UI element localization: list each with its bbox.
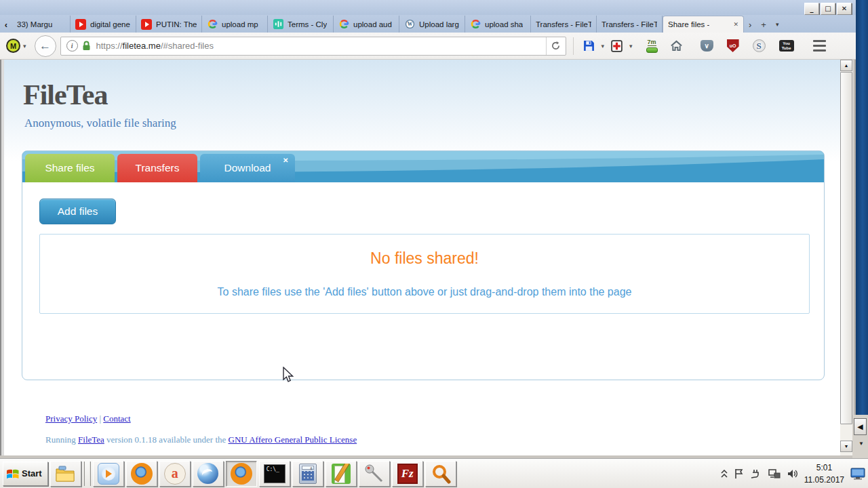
browser-tab[interactable]: 33) Margu <box>12 16 71 33</box>
calculator-display: 0 <box>302 466 314 470</box>
add-files-button[interactable]: Add files <box>39 199 116 224</box>
empty-state-hint: To share files use the 'Add files' butto… <box>40 286 809 298</box>
taskbar-firefox-button[interactable] <box>126 461 157 487</box>
firefox-icon <box>231 463 252 485</box>
menu-hamburger-icon[interactable] <box>809 36 830 56</box>
close-button[interactable]: ✕ <box>837 3 852 15</box>
helper-dropdown-caret[interactable]: ▾ <box>629 43 633 49</box>
show-desktop-icon[interactable] <box>850 468 865 480</box>
all-tabs-dropdown[interactable]: ▾ <box>771 16 784 33</box>
timer-extension-icon[interactable]: 7m <box>642 36 662 56</box>
save-page-icon[interactable] <box>579 36 599 56</box>
browser-scrollbar[interactable]: ▲ ▼ <box>840 60 852 455</box>
panel-tab-label: Download <box>224 162 271 174</box>
ublock-icon[interactable]: uO <box>723 36 743 56</box>
browser-tab-label: Upload larg <box>419 20 459 28</box>
scroll-down-button[interactable]: ▼ <box>840 441 852 452</box>
power-plug-icon[interactable] <box>751 468 762 479</box>
filetea-link[interactable]: FileTea <box>78 434 104 445</box>
windows-logo-icon <box>7 468 19 479</box>
browser-tab[interactable]: Transfers - FileT <box>531 16 597 33</box>
browser-tab-active[interactable]: Share files - ✕ <box>663 16 744 33</box>
home-icon[interactable] <box>666 36 687 56</box>
google-favicon <box>338 19 349 30</box>
save-dropdown-caret[interactable]: ▾ <box>601 43 605 49</box>
cmd-label: C:\_ <box>267 466 279 472</box>
folder-icon <box>55 465 77 483</box>
wordpress-favicon: W <box>404 19 415 30</box>
contact-link[interactable]: Contact <box>103 413 130 424</box>
taskbar-firefox-active-button[interactable] <box>226 461 257 487</box>
youtube-favicon <box>75 19 86 30</box>
taskbar-explorer-button[interactable] <box>50 461 81 487</box>
page-title: FileTea <box>23 79 107 111</box>
browser-tabstrip: ‹ 33) Margu digital gene PUTIN: The uplo… <box>0 15 856 33</box>
browser-tab[interactable]: upload mp <box>202 16 268 33</box>
privacy-policy-link[interactable]: Privacy Policy <box>45 413 97 424</box>
new-tab-button[interactable]: + <box>756 16 771 33</box>
back-button[interactable]: ← <box>35 35 56 57</box>
browser-tab[interactable]: PUTIN: The <box>136 16 202 33</box>
action-center-flag-icon[interactable] <box>734 468 745 479</box>
minimize-button[interactable]: _ <box>804 3 819 15</box>
s-label: S <box>756 41 761 52</box>
extension-m-icon[interactable]: M <box>6 39 20 53</box>
panel-tab-download[interactable]: Download <box>200 154 295 182</box>
scrollbar-thumb[interactable] <box>840 72 852 424</box>
taskbar-seamonkey-button[interactable] <box>193 461 224 487</box>
filezilla-icon: Fz <box>397 464 418 484</box>
taskbar-audio-app-button[interactable]: a <box>159 461 191 487</box>
youtube-label-top: You <box>783 41 790 46</box>
url-bar[interactable]: i https://filetea.me/#shared-files <box>60 37 566 56</box>
pocket-icon[interactable]: ∨ <box>696 36 717 56</box>
browser-tab[interactable]: digital gene <box>71 16 136 33</box>
taskbar-clock[interactable]: 5:01 11.05.2017 <box>804 462 844 486</box>
system-tray: 5:01 11.05.2017 <box>721 462 868 486</box>
browser-tab-label: Transfers - FileT <box>601 20 657 28</box>
browser-tab-label: upload sha <box>485 20 523 28</box>
browser-tab[interactable]: upload sha <box>465 16 531 33</box>
taskbar-filezilla-button[interactable]: Fz <box>392 461 423 487</box>
browser-tab[interactable]: W Upload larg <box>399 16 465 33</box>
speaker-icon[interactable] <box>787 468 798 479</box>
network-icon[interactable] <box>768 468 781 479</box>
youtube-extension-icon[interactable]: You Tube <box>775 36 798 56</box>
quicklaunch-grip[interactable] <box>83 462 91 486</box>
download-helper-icon[interactable] <box>607 36 627 56</box>
tab-scroll-left-button[interactable]: ‹ <box>0 16 12 33</box>
page-info-icon[interactable]: i <box>66 40 78 52</box>
start-button[interactable]: Start <box>3 462 48 486</box>
firefox-icon <box>131 463 153 485</box>
tab-close-icon[interactable]: ✕ <box>728 21 738 28</box>
reload-button[interactable] <box>546 37 566 55</box>
running-text: Running <box>45 434 78 445</box>
window-border-left <box>0 60 4 455</box>
clyp-favicon <box>273 19 283 30</box>
taskbar-notes-button[interactable] <box>326 461 357 487</box>
timer-badge: 7m <box>648 39 656 46</box>
taskbar-mediaplayer-button[interactable] <box>93 461 124 487</box>
url-path: /#shared-files <box>161 41 214 51</box>
maximize-button[interactable]: □ <box>821 3 835 15</box>
empty-state-box[interactable]: No files shared! To share files use the … <box>39 234 810 314</box>
taskbar-recorder-button[interactable] <box>359 461 390 487</box>
panel-tab-share-files[interactable]: Share files <box>25 154 115 182</box>
magnifier-icon <box>431 464 451 484</box>
download-tab-close-icon[interactable]: ✕ <box>283 157 288 164</box>
extension-dropdown-caret[interactable]: ▾ <box>23 43 26 49</box>
https-lock-icon[interactable] <box>82 41 91 51</box>
tray-expand-icon[interactable] <box>721 470 728 478</box>
taskbar-cmd-button[interactable]: C:\_ <box>259 461 290 487</box>
scroll-up-button[interactable]: ▲ <box>840 60 852 71</box>
license-link[interactable]: GNU Affero General Public License <box>229 434 357 445</box>
panel-tab-transfers[interactable]: Transfers <box>117 154 197 182</box>
browser-tab[interactable]: upload aud <box>334 16 399 33</box>
s-extension-icon[interactable]: S <box>749 36 770 56</box>
taskbar-calculator-button[interactable]: 0 <box>292 461 323 487</box>
browser-tab[interactable]: Transfers - FileT <box>597 16 663 33</box>
background-window-button[interactable]: ◀ <box>854 418 867 435</box>
tab-scroll-right-button[interactable]: › <box>744 16 756 33</box>
browser-tab-label: Transfers - FileT <box>536 20 591 28</box>
browser-tab[interactable]: Terms - Cly <box>268 16 334 33</box>
taskbar-search-button[interactable] <box>425 461 456 487</box>
